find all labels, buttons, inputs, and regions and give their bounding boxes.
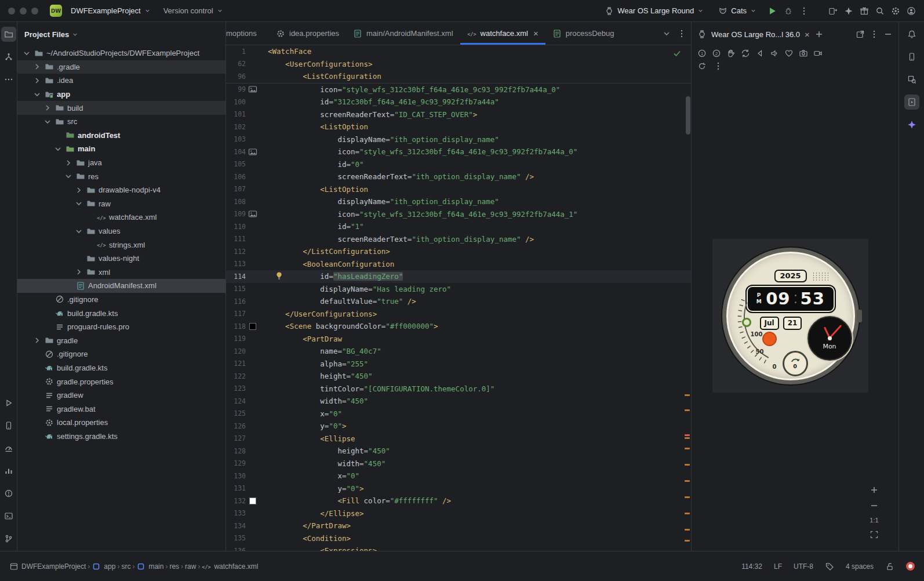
tree-item-gradle-properties[interactable]: gradle.properties — [17, 375, 225, 388]
tree-item-values[interactable]: values — [17, 224, 225, 238]
tree-item-raw[interactable]: raw — [17, 197, 225, 211]
breadcrumb-app[interactable]: app — [92, 562, 115, 571]
editor-scrollbar[interactable] — [686, 96, 690, 135]
tree-item-gradle[interactable]: .gradle — [17, 60, 225, 74]
project-selector[interactable]: DWFExampleProject — [67, 4, 155, 17]
tab-processdebug[interactable]: processDebug — [545, 22, 621, 45]
chevron-right-icon[interactable] — [74, 267, 83, 277]
device-manager-button[interactable] — [904, 49, 919, 64]
code-line-126[interactable]: 126 y="0"> — [226, 420, 691, 433]
code-line-104[interactable]: 104 icon="style_wfs_312c30bf_f64a_461e_9… — [226, 146, 691, 158]
gemini-button[interactable] — [904, 117, 919, 132]
tree-item-local-properties[interactable]: local.properties — [17, 416, 225, 430]
tree-item-build[interactable]: build — [17, 101, 225, 115]
code-line-134[interactable]: 134 </PartDraw> — [226, 520, 691, 532]
more-options-icon[interactable] — [714, 61, 723, 71]
reset-icon[interactable] — [697, 61, 707, 71]
code-line-96[interactable]: 96 <ListConfiguration — [226, 70, 691, 83]
tool-run-button[interactable] — [1, 395, 16, 411]
code-line-111[interactable]: 111 screenReaderText="ith_option_display… — [226, 233, 691, 246]
panel-options-icon[interactable] — [870, 30, 879, 39]
profile-avatar[interactable] — [907, 6, 916, 16]
debug-button[interactable] — [784, 6, 793, 16]
settings-gear-icon[interactable] — [891, 6, 900, 16]
code-line-121[interactable]: 121 alpha="255" — [226, 358, 691, 371]
tree-item-java[interactable]: java — [17, 156, 225, 170]
screenshot-icon[interactable] — [799, 49, 808, 58]
search-icon[interactable] — [875, 6, 885, 16]
code-line-107[interactable]: 107 <ListOption — [226, 183, 691, 196]
stripe-mark[interactable] — [685, 448, 690, 449]
tree-item-androidtest[interactable]: androidTest — [17, 129, 225, 143]
screen-record-icon[interactable] — [813, 49, 823, 58]
code-line-99[interactable]: 99 icon="style_wfs_312c30bf_f64a_461e_9c… — [226, 83, 691, 96]
code-line-135[interactable]: 135 <Condition> — [226, 532, 691, 545]
tool-project-button[interactable] — [1, 27, 16, 42]
code-line-115[interactable]: 115 displayName="Has leading zero" — [226, 283, 691, 296]
chevron-down-icon[interactable] — [43, 117, 52, 126]
ai-assistant-icon[interactable] — [844, 6, 853, 16]
line-separator[interactable]: LF — [774, 562, 782, 571]
code-line-113[interactable]: 113 <BooleanConfiguration — [226, 258, 691, 271]
code-line-117[interactable]: 117 </UserConfigurations> — [226, 308, 691, 321]
back-icon[interactable] — [755, 49, 765, 58]
tab-moptions[interactable]: moptions — [226, 22, 269, 45]
color-swatch-black-icon[interactable] — [250, 324, 256, 329]
indent-info[interactable]: 4 spaces — [846, 562, 874, 571]
open-in-window-icon[interactable] — [856, 30, 865, 39]
code-line-108[interactable]: 108 displayName="ith_option_display_name… — [226, 195, 691, 208]
caret-position[interactable]: 114:32 — [741, 562, 762, 571]
close-tab-icon[interactable]: × — [533, 29, 539, 38]
inspections-ok-icon[interactable] — [672, 49, 682, 58]
tree-item-main[interactable]: main — [17, 142, 225, 156]
tab-watchface-xml[interactable]: </>watchface.xml× — [460, 22, 545, 45]
code-line-114[interactable]: 114 id="hasLeadingZero" — [226, 270, 691, 283]
tool-more-button[interactable] — [1, 72, 16, 87]
tree-item-res[interactable]: res — [17, 169, 225, 183]
code-line-123[interactable]: 123 tintColor="[CONFIGURATION.themeColor… — [226, 383, 691, 395]
tree-item-app[interactable]: app — [17, 88, 225, 101]
analysis-status-icon[interactable] — [906, 562, 915, 571]
code-line-125[interactable]: 125 x="0" — [226, 408, 691, 420]
breadcrumb-dwfexampleproject[interactable]: DWFExampleProject — [9, 562, 86, 571]
chevron-down-icon[interactable] — [74, 227, 83, 236]
add-device-icon[interactable] — [814, 30, 824, 39]
heart-rate-icon[interactable] — [784, 49, 794, 58]
chevron-right-icon[interactable] — [43, 103, 52, 112]
window-close-button[interactable] — [8, 8, 15, 14]
device-screen[interactable]: 2025 PM 09 53 Jul 21 Mon — [712, 239, 868, 393]
chevron-right-icon[interactable] — [32, 76, 42, 85]
breadcrumb-raw[interactable]: raw — [185, 562, 196, 571]
color-swatch-white-icon[interactable] — [250, 498, 256, 504]
chevron-down-icon[interactable] — [74, 199, 83, 208]
tool-terminal-button[interactable] — [1, 509, 16, 524]
wear-button-1-icon[interactable]: 1 — [697, 49, 707, 58]
chevron-right-icon[interactable] — [32, 62, 42, 71]
tool-version-control-button[interactable] — [1, 531, 16, 546]
tag-icon[interactable] — [825, 562, 834, 571]
chevron-down-icon[interactable] — [64, 172, 73, 181]
rotate-device-icon[interactable] — [741, 49, 750, 58]
breadcrumb-main[interactable]: main — [136, 562, 163, 571]
hide-panel-icon[interactable] — [883, 30, 893, 39]
editor-body[interactable]: 1<WatchFace62 <UserConfigurations>96 <Li… — [226, 45, 691, 551]
code-line-109[interactable]: 109 icon="style_wfs_312c30bf_f64a_461e_9… — [226, 208, 691, 221]
code-line-118[interactable]: 118 <Scene backgroundColor="#ff000000"> — [226, 320, 691, 333]
file-encoding[interactable]: UTF-8 — [794, 562, 813, 571]
hidden-tabs-icon[interactable] — [662, 29, 671, 38]
code-line-62[interactable]: 62 <UserConfigurations> — [226, 58, 691, 71]
chevron-right-icon[interactable] — [32, 336, 42, 345]
breadcrumb-watchface-xml[interactable]: </>watchface.xml — [202, 562, 258, 571]
code-line-102[interactable]: 102 <ListOption — [226, 121, 691, 133]
code-line-128[interactable]: 128 height="450" — [226, 445, 691, 457]
tree-item-settings-gradle-kts[interactable]: settings.gradle.kts — [17, 430, 225, 444]
code-line-136[interactable]: 136 <Expressions> — [226, 544, 691, 551]
code-line-112[interactable]: 112 </ListConfiguration> — [226, 245, 691, 258]
window-zoom-button[interactable] — [31, 8, 38, 14]
run-button[interactable] — [767, 6, 777, 16]
code-line-131[interactable]: 131 y="0"> — [226, 482, 691, 495]
tree-item-androidmanifest-xml[interactable]: AndroidManifest.xml — [17, 279, 225, 293]
stripe-mark[interactable] — [685, 437, 690, 439]
tree-item-drawable-nodpi-v4[interactable]: drawable-nodpi-v4 — [17, 183, 225, 197]
tree-item-src[interactable]: src — [17, 115, 225, 129]
